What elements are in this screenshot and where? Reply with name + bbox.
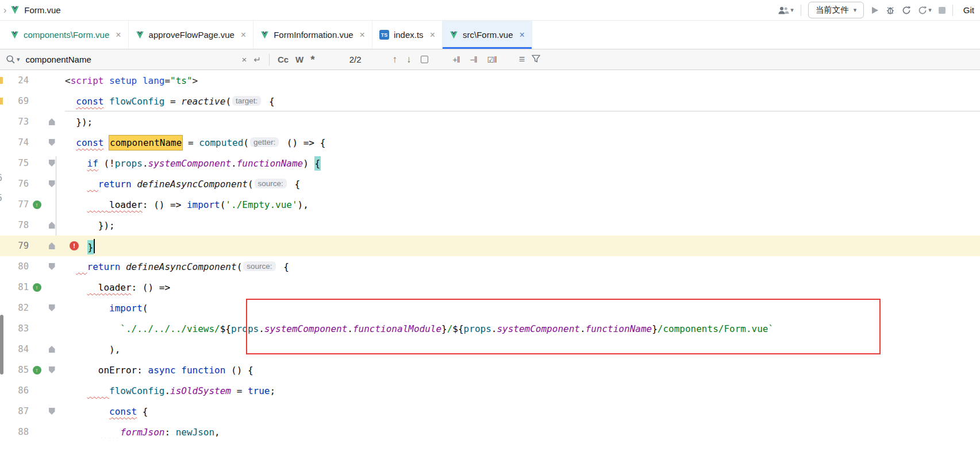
gutter[interactable]: 75	[0, 153, 65, 173]
line-number[interactable]: 88	[0, 427, 29, 437]
code-line-76[interactable]: 76 return defineAsyncComponent(source: {	[0, 173, 980, 194]
fold-collapse-icon[interactable]	[49, 408, 55, 415]
gutter[interactable]: 83	[0, 318, 65, 339]
gutter[interactable]: 84	[0, 339, 65, 360]
line-number[interactable]: 86	[0, 385, 29, 396]
line-number[interactable]: 80	[0, 261, 29, 272]
code-line-88[interactable]: 88 formJson: newJson,	[0, 422, 980, 442]
gutter[interactable]: 79	[0, 235, 65, 256]
code-line-84[interactable]: 84 ),	[0, 339, 980, 360]
fold-collapse-icon[interactable]	[49, 304, 55, 311]
gutter[interactable]: 86	[0, 380, 65, 401]
tab-forminformation-vue[interactable]: FormInformation.vue×	[253, 21, 372, 49]
gutter[interactable]: 87	[0, 401, 65, 422]
search-icon[interactable]: ▾	[6, 55, 20, 64]
gutter[interactable]: 78	[0, 215, 65, 235]
fold-end-icon[interactable]	[49, 118, 55, 125]
gutter[interactable]: 77↑	[0, 194, 65, 215]
line-number[interactable]: 73	[0, 117, 29, 127]
filter-icon[interactable]	[528, 54, 544, 65]
gutter[interactable]: 82	[0, 298, 65, 318]
code-line-85[interactable]: 85↑ onError: async function () {	[0, 360, 980, 380]
line-number[interactable]: 74	[0, 137, 29, 148]
tab-close-icon[interactable]: ×	[519, 30, 524, 40]
code-line-69[interactable]: 69 const flowConfig = reactive(target: {	[0, 91, 980, 111]
next-occurrence-icon[interactable]: ↓	[402, 54, 416, 65]
code-editor[interactable]: 24<script setup lang="ts">69 const flowC…	[0, 70, 980, 471]
open-in-find-window-icon[interactable]	[421, 56, 428, 63]
fold-end-icon[interactable]	[49, 242, 55, 249]
debug-bug-icon[interactable]	[886, 6, 895, 15]
regex-toggle[interactable]: *	[307, 53, 318, 67]
code-line-78[interactable]: 78 });	[0, 215, 980, 235]
gutter[interactable]: 76	[0, 173, 65, 194]
fold-end-icon[interactable]	[49, 346, 55, 353]
code-line-79[interactable]: 79! }	[0, 235, 980, 256]
line-number[interactable]: 81	[0, 282, 29, 292]
tab-src-form-vue[interactable]: src\Form.vue×	[443, 21, 532, 49]
line-number[interactable]: 24	[0, 75, 29, 86]
clear-search-icon[interactable]: ×	[239, 54, 251, 65]
code-line-81[interactable]: 81↑ loader: () =>	[0, 277, 980, 298]
tab-components-form-vue[interactable]: components\Form.vue×	[3, 21, 129, 49]
search-input[interactable]	[25, 54, 239, 65]
match-case-toggle[interactable]: Cc	[274, 54, 292, 65]
select-all-occurrences-icon[interactable]: ☑‖	[482, 55, 501, 64]
newline-icon[interactable]: ↵	[250, 54, 264, 65]
view-options-icon[interactable]: ≡	[516, 53, 529, 66]
code-line-74[interactable]: 74 const componentName = computed(getter…	[0, 132, 980, 153]
code-line-87[interactable]: 87 const {	[0, 401, 980, 422]
fold-collapse-icon[interactable]	[49, 180, 55, 187]
fold-collapse-icon[interactable]	[49, 139, 55, 146]
fold-collapse-icon[interactable]	[49, 160, 55, 167]
run-button[interactable]	[871, 6, 879, 14]
gutter[interactable]: 80	[0, 256, 65, 277]
whole-words-toggle[interactable]: W	[292, 54, 307, 65]
gutter[interactable]: 85↑	[0, 360, 65, 380]
stop-button[interactable]	[939, 7, 946, 14]
code-line-80[interactable]: 80 return defineAsyncComponent(source: {	[0, 256, 980, 277]
line-number[interactable]: 83	[0, 323, 29, 334]
gutter-green-icon[interactable]: ↑	[33, 200, 41, 209]
code-line-73[interactable]: 73 });	[0, 111, 980, 132]
tab-close-icon[interactable]: ×	[430, 30, 435, 40]
gutter-green-icon[interactable]: ↑	[33, 366, 41, 375]
gutter[interactable]: 88	[0, 422, 65, 442]
line-number[interactable]: 82	[0, 303, 29, 313]
add-occurrence-icon[interactable]: +‖	[448, 55, 465, 64]
code-line-77[interactable]: 77↑ loader: () => import('./Empty.vue'),	[0, 194, 980, 215]
code-line-24[interactable]: 24<script setup lang="ts">	[0, 70, 980, 91]
line-number[interactable]: 84	[0, 344, 29, 354]
tab-close-icon[interactable]: ×	[360, 30, 365, 40]
code-line-86[interactable]: 86 flowConfig.isOldSystem = true;	[0, 380, 980, 401]
gutter[interactable]: 81↑	[0, 277, 65, 298]
line-number[interactable]: 87	[0, 406, 29, 416]
tab-approveflowpage-vue[interactable]: approveFlowPage.vue×	[129, 21, 254, 49]
fold-collapse-icon[interactable]	[49, 366, 55, 373]
fold-end-icon[interactable]	[49, 222, 55, 229]
fold-collapse-icon[interactable]	[49, 263, 55, 270]
rerun-button[interactable]: ▾	[918, 6, 932, 15]
tab-index-ts[interactable]: TSindex.ts×	[372, 21, 443, 49]
code-line-83[interactable]: 83 `./../../../views/${props.systemCompo…	[0, 318, 980, 339]
error-icon[interactable]: !	[70, 241, 79, 250]
line-number[interactable]: 85	[0, 365, 29, 375]
code-line-75[interactable]: 75 if (!props.systemComponent.functionNa…	[0, 153, 980, 173]
git-widget[interactable]: Git	[963, 5, 974, 15]
line-number[interactable]: 75	[0, 158, 29, 168]
remove-occurrence-icon[interactable]: −‖	[464, 55, 482, 64]
tab-close-icon[interactable]: ×	[241, 30, 246, 40]
gutter[interactable]: 69	[0, 91, 65, 111]
gutter[interactable]: 73	[0, 111, 65, 132]
gutter[interactable]: 24	[0, 70, 65, 91]
gutter-green-icon[interactable]: ↑	[33, 283, 41, 292]
line-number[interactable]: 69	[0, 96, 29, 106]
line-number[interactable]: 79	[0, 241, 29, 251]
update-project-button[interactable]	[902, 6, 911, 15]
line-number[interactable]: 78	[0, 220, 29, 230]
previous-occurrence-icon[interactable]: ↑	[388, 54, 402, 65]
gutter[interactable]: 74	[0, 132, 65, 153]
run-config-combo[interactable]: 当前文件 ▾	[808, 2, 864, 18]
code-line-82[interactable]: 82 import(	[0, 298, 980, 318]
line-number[interactable]: 77	[0, 199, 29, 210]
